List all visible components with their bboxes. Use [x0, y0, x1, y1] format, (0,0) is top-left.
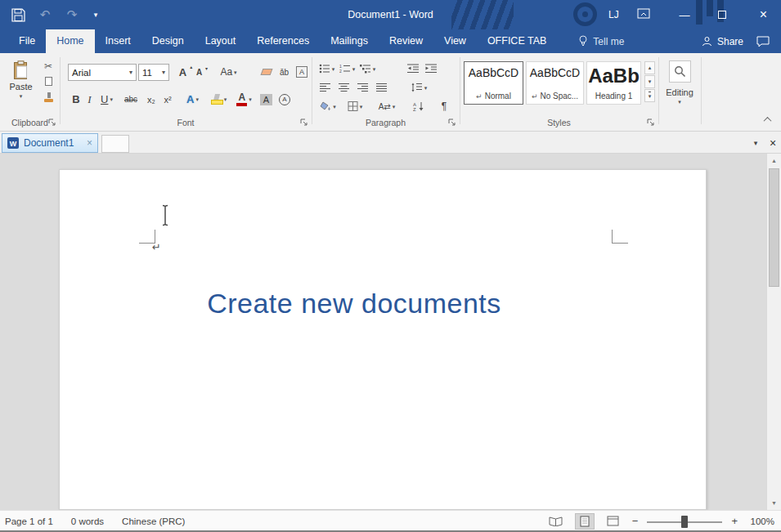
strikethrough-button[interactable]: abc: [120, 91, 141, 108]
character-shading-button[interactable]: A: [258, 91, 274, 108]
shading-button[interactable]: ▾: [318, 98, 338, 114]
style-card-heading1[interactable]: AaBb Heading 1: [586, 61, 641, 105]
bold-button[interactable]: B: [70, 91, 83, 108]
collapse-ribbon-button[interactable]: [761, 114, 773, 124]
paragraph-dialog-launcher[interactable]: [447, 118, 457, 127]
font-size-select[interactable]: 11 ▾: [138, 64, 169, 81]
font-dialog-launcher[interactable]: [299, 118, 309, 127]
read-mode-button[interactable]: [546, 513, 566, 530]
show-hide-marks-button[interactable]: ¶: [438, 98, 450, 114]
asian-layout-button[interactable]: A⇄ ▾: [375, 98, 398, 114]
tab-references[interactable]: References: [246, 29, 320, 53]
phonetic-guide-button[interactable]: ǎb: [276, 64, 292, 80]
style-card-no-spacing[interactable]: AaBbCcD ↵No Spac...: [526, 61, 584, 105]
find-button[interactable]: [669, 60, 691, 83]
document-tab-label: Document1: [24, 137, 82, 149]
print-layout-button[interactable]: [575, 513, 595, 530]
highlight-button[interactable]: ▾: [208, 91, 230, 108]
superscript-button[interactable]: x²: [160, 91, 175, 108]
document-heading-text[interactable]: Create new documents: [59, 288, 649, 320]
page-indicator[interactable]: Page 1 of 1: [5, 516, 53, 526]
italic-button[interactable]: I: [84, 91, 95, 108]
sort-button[interactable]: AZ: [411, 98, 426, 114]
tab-view[interactable]: View: [433, 29, 477, 53]
zoom-level[interactable]: 100%: [747, 516, 774, 526]
tab-insert[interactable]: Insert: [95, 29, 141, 53]
minimize-button[interactable]: —: [671, 0, 698, 29]
user-badge[interactable]: LJ: [608, 0, 619, 29]
tab-bar-close-button[interactable]: ×: [765, 134, 780, 151]
clipboard-dialog-launcher[interactable]: [47, 118, 57, 127]
new-document-tab[interactable]: [101, 135, 129, 153]
multilevel-list-button[interactable]: ▾: [358, 60, 377, 77]
save-button[interactable]: [10, 7, 26, 23]
vertical-scrollbar[interactable]: ▲ ▼: [766, 154, 781, 510]
bullets-button[interactable]: ▾: [317, 60, 336, 77]
tell-me-button[interactable]: Tell me: [568, 29, 634, 53]
increase-indent-button[interactable]: [424, 60, 439, 77]
language-indicator[interactable]: Chinese (PRC): [122, 516, 185, 526]
tab-review[interactable]: Review: [379, 29, 433, 53]
share-button[interactable]: Share: [692, 29, 753, 53]
underline-button[interactable]: U▾: [97, 91, 117, 108]
font-color-button[interactable]: A▾: [234, 91, 254, 108]
cut-button[interactable]: ✂: [40, 59, 56, 73]
styles-more-button[interactable]: ▾: [644, 89, 655, 102]
borders-button[interactable]: ▾: [344, 98, 366, 114]
comment-button[interactable]: [753, 29, 781, 53]
web-layout-button[interactable]: [604, 513, 623, 530]
document-area: ↵ Create new documents ▲ ▼: [0, 154, 781, 510]
clear-formatting-button[interactable]: [258, 64, 274, 80]
copy-button[interactable]: [40, 74, 56, 88]
document-tab-active[interactable]: W Document1 ×: [2, 133, 98, 153]
paste-button[interactable]: Paste ▾: [5, 57, 37, 116]
zoom-slider[interactable]: [647, 515, 722, 528]
format-painter-button[interactable]: [40, 90, 56, 104]
styles-scroll-up-button[interactable]: ▴: [644, 61, 655, 74]
character-border-button[interactable]: A: [294, 64, 309, 80]
line-spacing-button[interactable]: ▾: [408, 79, 430, 96]
scroll-up-button[interactable]: ▲: [767, 154, 781, 168]
tab-file[interactable]: File: [8, 29, 46, 53]
align-right-button[interactable]: [355, 79, 371, 96]
document-tab-close-button[interactable]: ×: [87, 137, 92, 149]
editing-group-button[interactable]: Editing: [666, 87, 693, 97]
styles-dialog-launcher[interactable]: [646, 118, 656, 127]
text-effects-button[interactable]: A▾: [182, 91, 203, 108]
word-count[interactable]: 0 words: [71, 516, 104, 526]
scroll-down-button[interactable]: ▼: [767, 496, 781, 510]
enclose-characters-button[interactable]: A: [277, 91, 292, 108]
change-case-button[interactable]: Aa▾: [216, 64, 241, 80]
styles-scroll-down-button[interactable]: ▾: [644, 75, 655, 88]
numbering-button[interactable]: 12 ▾: [338, 60, 357, 77]
style-card-normal[interactable]: AaBbCcD ↵Normal: [464, 61, 523, 105]
scrollbar-thumb[interactable]: [769, 168, 779, 287]
zoom-slider-thumb[interactable]: [681, 516, 688, 528]
zoom-out-button[interactable]: −: [632, 515, 639, 527]
font-group-label: Font: [60, 118, 312, 127]
undo-button[interactable]: ↶: [37, 7, 53, 23]
align-center-button[interactable]: [336, 79, 352, 96]
decrease-indent-button[interactable]: [406, 60, 421, 77]
tab-office-tab[interactable]: OFFICE TAB: [477, 29, 557, 53]
tab-design[interactable]: Design: [141, 29, 195, 53]
document-page[interactable]: [59, 169, 707, 510]
ribbon-display-options-button[interactable]: [637, 8, 650, 20]
grow-font-button[interactable]: A▴: [175, 64, 191, 80]
tab-mailings[interactable]: Mailings: [320, 29, 379, 53]
justify-button[interactable]: [374, 79, 390, 96]
align-left-button[interactable]: [317, 79, 334, 96]
close-button[interactable]: ×: [746, 0, 781, 29]
dropdown-arrow-icon: ▾: [352, 66, 356, 72]
shrink-font-button[interactable]: A▾: [191, 64, 207, 80]
customize-quick-access-button[interactable]: ▾: [91, 7, 101, 23]
tab-home[interactable]: Home: [46, 29, 94, 53]
more-styles-icon: ▾: [649, 92, 652, 100]
tab-list-dropdown-button[interactable]: ▾: [747, 134, 764, 151]
zoom-in-button[interactable]: +: [731, 515, 738, 527]
subscript-button[interactable]: x₂: [144, 91, 159, 108]
maximize-button[interactable]: [708, 0, 736, 29]
font-name-select[interactable]: Arial ▾: [68, 64, 137, 81]
tab-layout[interactable]: Layout: [195, 29, 247, 53]
redo-button[interactable]: ↷: [64, 7, 80, 23]
